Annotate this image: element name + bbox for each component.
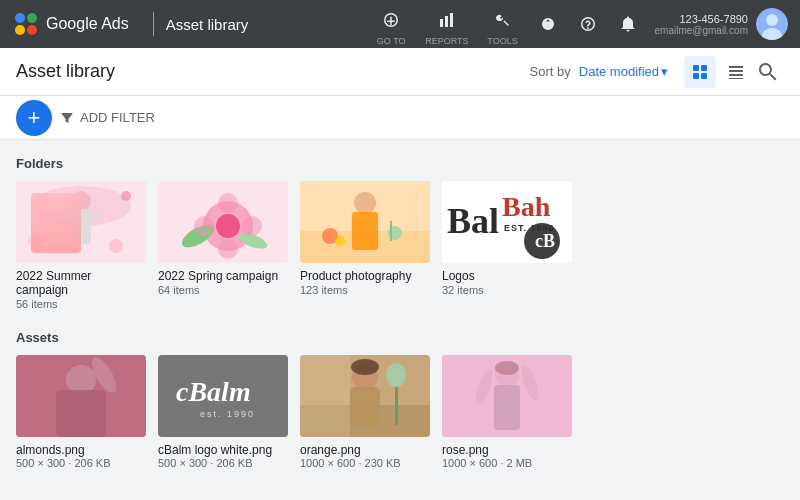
svg-point-38 (354, 192, 376, 214)
help-button[interactable] (570, 6, 606, 42)
svg-rect-10 (693, 65, 699, 71)
svg-rect-12 (693, 73, 699, 79)
svg-point-34 (194, 216, 214, 236)
svg-rect-15 (729, 70, 743, 72)
asset-card[interactable]: cBalm est. 1990 cBalm logo white.png 500… (158, 355, 288, 469)
filter-label: ADD FILTER (80, 110, 155, 125)
main-content: Folders 2022 Summer campaig (0, 140, 800, 500)
svg-point-29 (216, 214, 240, 238)
svg-point-35 (242, 216, 262, 236)
svg-rect-54 (16, 355, 146, 437)
user-email: emailme@gmail.com (654, 25, 748, 36)
svg-point-72 (495, 361, 519, 375)
table-view-button[interactable] (720, 56, 752, 88)
folder-card[interactable]: Bal Bah EST. 1990 cB Logos 32 items (442, 181, 572, 310)
svg-point-1 (27, 13, 37, 23)
sort-controls: Sort by Date modified ▾ (530, 64, 668, 79)
top-navigation: Google Ads Asset library GO TO REPORTS T… (0, 0, 800, 48)
svg-text:Bah: Bah (502, 191, 551, 222)
spring-campaign-thumb (158, 181, 288, 263)
goto-nav-button[interactable]: GO TO (367, 0, 415, 48)
svg-point-0 (15, 25, 25, 35)
svg-text:est. 1990: est. 1990 (200, 409, 255, 419)
logos-thumb: Bal Bah EST. 1990 cB (442, 181, 572, 263)
sort-by-label: Sort by (530, 64, 571, 79)
user-details: 123-456-7890 emailme@gmail.com (654, 13, 748, 36)
page-title: Asset library (16, 61, 530, 82)
svg-point-24 (28, 233, 44, 249)
asset-card[interactable]: almonds.png 500 × 300 · 206 KB (16, 355, 146, 469)
svg-point-2 (15, 13, 25, 23)
folder-count: 32 items (442, 284, 572, 296)
cbalm-logo-thumb: cBalm est. 1990 (158, 355, 288, 437)
add-filter-button[interactable]: ADD FILTER (60, 110, 155, 125)
avatar[interactable] (756, 8, 788, 40)
large-view-button[interactable] (684, 56, 716, 88)
asset-thumbnail (16, 355, 146, 437)
svg-rect-62 (350, 387, 380, 427)
svg-point-32 (218, 193, 238, 213)
svg-point-3 (27, 25, 37, 35)
svg-point-61 (351, 359, 379, 375)
folder-count: 56 items (16, 298, 146, 310)
asset-name: cBalm logo white.png (158, 443, 288, 457)
refresh-button[interactable] (530, 6, 566, 42)
svg-point-41 (335, 236, 345, 246)
asset-name: rose.png (442, 443, 572, 457)
orange-thumb (300, 355, 430, 437)
asset-thumbnail: cBalm est. 1990 (158, 355, 288, 437)
app-logo[interactable]: Google Ads (12, 10, 129, 38)
folder-count: 123 items (300, 284, 430, 296)
folder-card[interactable]: 2022 Summer campaign 56 items (16, 181, 146, 310)
user-phone: 123-456-7890 (679, 13, 748, 25)
folder-thumbnail (300, 181, 430, 263)
svg-rect-22 (61, 207, 74, 216)
asset-meta: 1000 × 600 · 230 KB (300, 457, 430, 469)
svg-rect-11 (701, 65, 707, 71)
product-photography-thumb (300, 181, 430, 263)
add-button[interactable]: + (16, 100, 52, 136)
asset-name: almonds.png (16, 443, 146, 457)
sort-value-button[interactable]: Date modified ▾ (579, 64, 668, 79)
asset-card[interactable]: orange.png 1000 × 600 · 230 KB (300, 355, 430, 469)
user-account[interactable]: 123-456-7890 emailme@gmail.com (654, 8, 788, 40)
asset-thumbnail (442, 355, 572, 437)
asset-meta: 500 × 300 · 206 KB (16, 457, 146, 469)
svg-rect-4 (440, 19, 443, 27)
search-button[interactable] (752, 56, 784, 88)
folder-count: 64 items (158, 284, 288, 296)
assets-section-title: Assets (16, 330, 784, 345)
svg-rect-43 (390, 221, 392, 241)
folders-section-title: Folders (16, 156, 784, 171)
folder-card[interactable]: Product photography 123 items (300, 181, 430, 310)
svg-rect-17 (729, 78, 743, 79)
svg-text:cBalm: cBalm (176, 376, 251, 407)
svg-rect-39 (352, 212, 378, 250)
svg-point-26 (109, 239, 123, 253)
tools-icon (484, 2, 520, 38)
svg-rect-6 (450, 13, 453, 27)
folder-thumbnail: Bal Bah EST. 1990 cB (442, 181, 572, 263)
asset-card[interactable]: rose.png 1000 × 600 · 2 MB (442, 355, 572, 469)
rose-thumb (442, 355, 572, 437)
folder-card[interactable]: 2022 Spring campaign 64 items (158, 181, 288, 310)
folder-thumbnail (16, 181, 146, 263)
svg-rect-13 (701, 73, 707, 79)
nav-divider (153, 12, 154, 36)
folder-name: Logos (442, 269, 572, 283)
asset-name: orange.png (300, 443, 430, 457)
reports-nav-button[interactable]: REPORTS (419, 0, 474, 48)
folder-name: 2022 Spring campaign (158, 269, 288, 283)
svg-point-25 (121, 191, 131, 201)
filter-bar: + ADD FILTER (0, 96, 800, 140)
svg-rect-14 (729, 66, 743, 68)
almonds-thumb (16, 355, 146, 437)
summer-campaign-thumb (16, 181, 146, 263)
svg-rect-69 (494, 385, 520, 430)
tools-nav-button[interactable]: TOOLS (478, 0, 526, 48)
reports-icon (429, 2, 465, 38)
notifications-button[interactable] (610, 6, 646, 42)
svg-point-64 (386, 363, 406, 387)
folder-name: 2022 Summer campaign (16, 269, 146, 297)
svg-point-8 (766, 14, 778, 26)
